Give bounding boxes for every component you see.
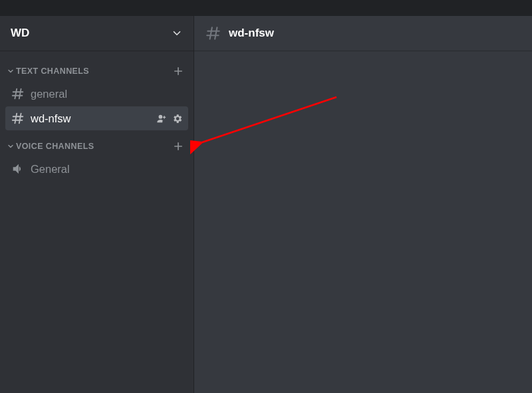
channel-header: wd-nfsw [194,16,532,51]
category-toggle[interactable]: TEXT CHANNELS [7,66,89,76]
chevron-down-icon [171,27,183,39]
speaker-icon [11,162,25,176]
hash-icon [11,111,25,126]
channel-item-voice-general[interactable]: General [5,157,188,181]
create-invite-button[interactable] [156,113,168,124]
main-panel: wd-nfsw [194,16,532,393]
channel-item-general[interactable]: general [5,82,188,106]
chevron-down-icon [7,67,15,75]
channel-name: general [31,88,183,100]
hash-icon [205,25,222,42]
channel-list: TEXT CHANNELS general wd-nfsw [0,51,194,393]
app-frame: WD TEXT CHANNELS [0,16,532,393]
message-area [194,51,532,393]
channel-name: General [31,163,183,176]
category-toggle[interactable]: VOICE CHANNELS [7,142,94,151]
channel-name: wd-nfsw [31,112,151,125]
category-label: VOICE CHANNELS [16,142,94,151]
channel-item-wd-nfsw[interactable]: wd-nfsw [5,106,188,130]
chevron-down-icon [7,142,15,150]
edit-channel-button[interactable] [172,113,183,124]
channel-sidebar: WD TEXT CHANNELS [0,16,194,393]
category-voice-channels[interactable]: VOICE CHANNELS [5,131,188,156]
add-channel-button[interactable] [171,64,186,78]
hash-icon [11,86,25,101]
add-channel-button[interactable] [171,139,186,154]
window-titlebar [0,0,532,16]
svg-line-0 [202,97,336,142]
server-name: WD [11,27,29,40]
category-label: TEXT CHANNELS [16,66,89,76]
category-text-channels[interactable]: TEXT CHANNELS [5,56,188,81]
channel-title: wd-nfsw [229,27,274,40]
server-header-button[interactable]: WD [0,16,194,51]
annotation-arrow [190,90,363,170]
